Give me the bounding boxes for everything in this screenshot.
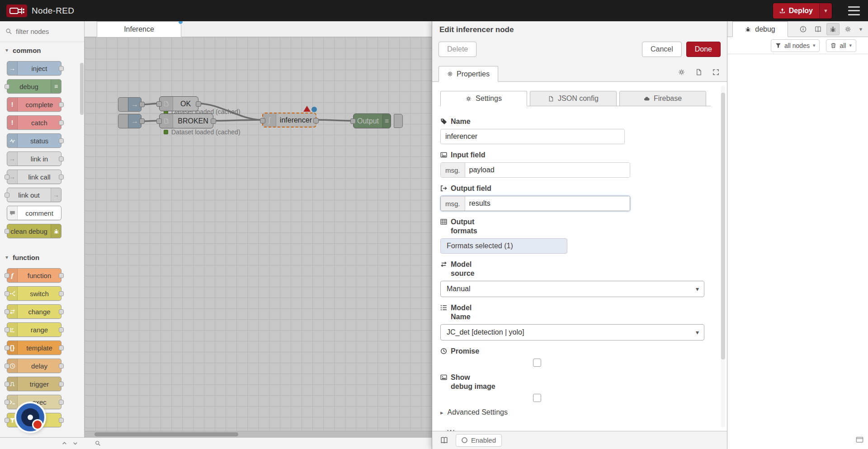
palette-node-template[interactable]: {} template [7,340,61,355]
palette-category-common[interactable]: ▾ common [0,42,84,58]
search-flows-button[interactable] [92,439,103,448]
palette-node-catch[interactable]: ! catch [7,115,61,130]
palette-node-link-call[interactable]: → link call [7,170,61,184]
output-port [59,364,64,369]
table-icon [440,218,447,225]
expand-all-categories-button[interactable] [70,439,80,448]
input-field-input[interactable] [465,163,630,177]
dialog-footer: Enabled [432,431,727,449]
expand-dialog-button[interactable] [709,66,722,78]
input-port [5,400,9,405]
palette-node-switch[interactable]: switch [7,286,61,301]
advanced-settings-section[interactable]: ▸ Advanced Settings [440,408,711,416]
input-port [5,273,9,278]
dialog-scrollbar[interactable] [721,85,725,427]
image-icon [440,151,447,158]
deploy-button[interactable]: Deploy ▾ [773,3,832,19]
cloud-icon [644,96,650,102]
debug-tab-button[interactable] [826,23,840,35]
field-output-field: Output field msg. [440,184,711,211]
chevron-down-icon: ▾ [813,43,816,48]
palette-node-inject[interactable]: → inject [7,61,61,76]
clean-debug-bug-icon [51,224,61,238]
scrollbar-thumb[interactable] [721,93,725,359]
palette-search-input[interactable] [16,28,70,35]
chevron-down-icon: ▾ [5,254,8,260]
debug-clear-button[interactable]: all ▾ [826,39,856,52]
palette-category-function[interactable]: ▾ function [0,249,84,265]
palette-node-debug[interactable]: debug ≡ [7,79,61,94]
inject-arrow-icon: → [7,61,18,75]
show-debug-image-checkbox[interactable] [533,394,541,402]
collapse-all-categories-button[interactable] [59,439,70,448]
cancel-button[interactable]: Cancel [642,42,682,57]
model-name-dropdown[interactable]: JC_det [detection | yolo] ▾ [440,324,704,340]
output-field-input[interactable] [465,196,630,211]
bug-icon [745,26,751,32]
palette-node-complete[interactable]: ! complete [7,97,61,112]
palette-node-change[interactable]: change [7,304,61,319]
subtab-settings[interactable]: Settings [440,91,527,106]
header-bar: Node-RED Deploy ▾ [0,0,868,21]
input-field-typed-input[interactable]: msg. [440,162,630,178]
input-port [5,193,9,198]
done-button[interactable]: Done [686,42,721,57]
main-menu-button[interactable] [848,6,860,15]
palette-node-status[interactable]: status [7,133,61,148]
flow-tab-label: Inference [124,25,154,33]
node-settings-gear-button[interactable] [675,66,688,78]
msg-prefix[interactable]: msg. [441,196,465,211]
flow-tab-inference[interactable]: Inference [97,21,181,37]
sidebar-tabs-menu-button[interactable]: ▾ [856,26,865,33]
output-field-typed-input[interactable]: msg. [440,196,630,211]
palette-node-range[interactable]: range [7,322,61,337]
info-tab-button[interactable] [797,23,810,35]
subtab-json-config[interactable]: JSON config [530,91,617,106]
msg-prefix[interactable]: msg. [441,163,465,177]
output-formats-button[interactable]: Formats selected (1) [440,238,567,254]
name-input[interactable] [440,129,625,144]
field-input-field: Input field msg. [440,151,711,178]
field-model-name: Model Name JC_det [detection | yolo] ▾ [440,303,711,340]
palette-search[interactable] [0,21,84,42]
docs-book-button[interactable] [438,435,450,446]
chevron-down-icon: ▾ [849,43,852,48]
deploy-icon [779,8,785,14]
palette-node-comment[interactable]: comment [7,206,61,220]
model-source-select[interactable]: Manual ▾ [440,281,704,297]
debug-lines-icon: ≡ [51,80,61,93]
file-icon [548,96,554,102]
palette-node-clean-debug[interactable]: clean debug [7,224,61,238]
palette-node-link-in[interactable]: → link in [7,151,61,166]
palette-node-trigger[interactable]: trigger [7,377,61,391]
tag-icon [440,118,447,125]
input-port [5,309,9,314]
deploy-main-button[interactable]: Deploy [773,3,819,19]
tab-properties[interactable]: Properties [439,66,498,82]
help-tab-button[interactable] [811,23,825,35]
exchange-icon [440,261,447,268]
config-tab-button[interactable] [841,23,854,35]
node-description-button[interactable] [692,66,705,78]
warmup-section[interactable]: ▸ Warmup [440,429,711,431]
palette-node-function[interactable]: f function [7,268,61,283]
field-show-debug-image: Show debug image [440,373,711,402]
palette-node-link-out[interactable]: link out → [7,188,61,202]
output-port [59,273,64,278]
input-port [5,382,9,387]
tab-debug[interactable]: debug [732,21,788,37]
debug-filter-button[interactable]: all nodes ▾ [771,39,820,52]
list-icon [440,304,447,311]
input-port [5,418,9,423]
subtab-firebase[interactable]: Firebase [619,91,706,106]
logo-red-dot [32,419,43,430]
node-enabled-toggle[interactable]: Enabled [456,434,502,447]
palette-scrollbar[interactable] [80,63,84,432]
circle-icon [462,437,467,443]
deploy-options-button[interactable]: ▾ [819,3,832,19]
open-debug-window-icon[interactable] [856,435,863,444]
promise-checkbox[interactable] [533,359,541,367]
palette-node-delay[interactable]: delay [7,359,61,373]
status-pulse-icon [7,134,18,147]
delete-button[interactable]: Delete [439,42,476,57]
